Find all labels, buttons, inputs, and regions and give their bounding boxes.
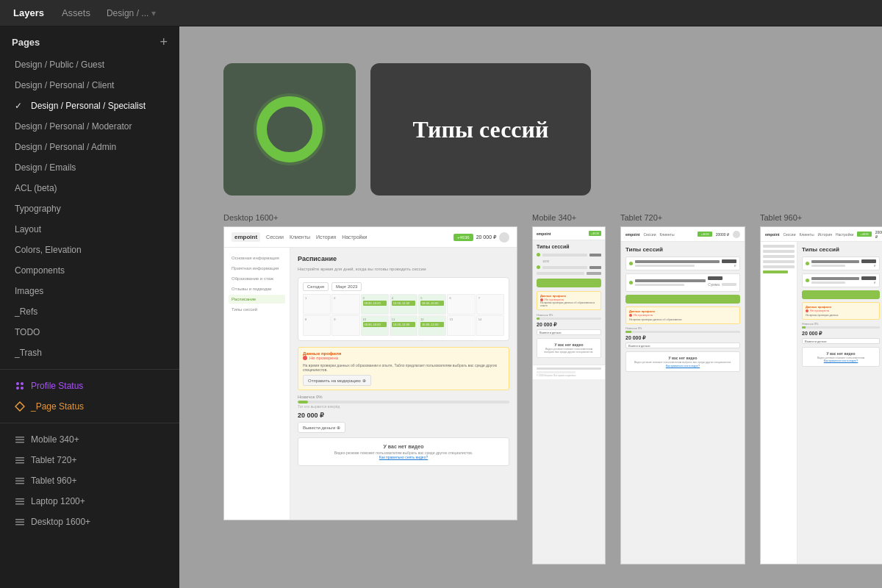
df-withdraw-button[interactable]: Вывести деньги ⊕ <box>298 422 345 433</box>
tf-960-price-num <box>861 259 876 263</box>
df-event-tag: 08:00–10:00 <box>363 322 387 327</box>
add-page-button[interactable]: + <box>159 35 168 49</box>
mf-logo: empoint <box>537 232 551 236</box>
sidebar: Pages + Design / Public / Guest Design /… <box>0 26 179 588</box>
df-link[interactable]: Как правильно снять видео? <box>304 455 503 459</box>
tab-assets[interactable]: Assets <box>57 4 95 21</box>
page-name: TODO <box>15 327 165 337</box>
sidebar-item-page-status[interactable]: _Page Status <box>3 396 176 417</box>
df-cal-day: 13 <box>447 315 475 336</box>
page-item-personal-client[interactable]: Design / Personal / Client <box>3 75 176 96</box>
df-progress-section: Новичок 0% Тот кто вырвется вперёд 20 00… <box>298 395 509 433</box>
lines-icon <box>15 517 25 527</box>
tf-no-video-title: У вас нет видео <box>630 356 736 360</box>
svg-rect-14 <box>15 498 24 500</box>
sidebar-item-tablet-960[interactable]: Tablet 960+ <box>3 470 176 491</box>
tf-sum-row: Сумма <box>708 282 736 287</box>
sidebar-item-mobile-340[interactable]: Mobile 340+ <box>3 429 176 450</box>
laptop-1200-label: Laptop 1200+ <box>31 496 85 506</box>
top-frames: Типы сессий <box>223 63 838 196</box>
df-cal-day-event: 3 08:00–10:00 <box>361 294 389 315</box>
tablet-720-label: Tablet 720+ <box>31 455 76 465</box>
page-item-typography[interactable]: Typography <box>3 198 176 219</box>
mobile-340-label: Mobile 340+ <box>31 434 79 445</box>
svg-rect-13 <box>15 483 24 484</box>
tf-960-withdraw-button[interactable]: Вывести деньги <box>802 338 880 344</box>
tf-nav-sessions: Сессии <box>643 232 656 237</box>
mf-page-title: Типы сессий <box>537 244 601 249</box>
df-cal-day-event: 11 10:00–12:00 <box>390 315 417 336</box>
svg-rect-18 <box>15 522 24 523</box>
page-item-emails[interactable]: Design / Emails <box>3 157 176 178</box>
svg-rect-5 <box>15 437 24 438</box>
tf-960-progress-bar <box>802 326 880 329</box>
page-item-todo[interactable]: TODO <box>3 322 176 343</box>
sidebar-item-profile-status[interactable]: Profile Status <box>3 376 176 396</box>
df-progress-bar <box>298 401 509 404</box>
canvas[interactable]: Типы сессий Desktop 1600+ empoint Сессии… <box>179 26 882 588</box>
svg-point-1 <box>21 382 24 385</box>
mf-footer: © 2023 Empoint. Все права сохранены <box>533 365 605 379</box>
page-item-images[interactable]: Images <box>3 281 176 301</box>
df-cal-day-event: 12 10:00–12:00 <box>418 315 446 336</box>
page-item-public-guest[interactable]: Design / Public / Guest <box>3 54 176 75</box>
page-item-personal-moderator[interactable]: Design / Personal / Moderator <box>3 116 176 137</box>
tf-video-link[interactable]: Как правильно снять видео? <box>630 365 736 368</box>
df-cal-day: 7 <box>476 294 504 315</box>
mf-save-button[interactable] <box>537 279 601 287</box>
tf-no-video: У вас нет видео Видео-резюме поможет пол… <box>625 351 740 372</box>
tf-960-save-button[interactable] <box>802 290 880 299</box>
df-subtitle: Настройте время для дней, когда вы готов… <box>298 267 509 271</box>
sidebar-item-tablet-720[interactable]: Tablet 720+ <box>3 450 176 470</box>
page-name: Layout <box>15 224 165 234</box>
df-cal-day: 8 <box>303 315 331 336</box>
page-item-colors[interactable]: Colors, Elevation <box>3 240 176 260</box>
tf-item-label <box>635 279 706 282</box>
tf-item-sub <box>635 265 695 267</box>
frame-label-tablet960: Tablet 960+ <box>760 213 882 222</box>
df-avatar <box>499 232 509 243</box>
tf-960-amount: 20 000 ₽ <box>802 331 880 337</box>
mf-progress: Новичок 0% <box>537 313 601 320</box>
pages-header: Pages + <box>0 26 179 54</box>
mf-alert-dot <box>540 298 543 301</box>
tf-item-sub <box>635 284 684 286</box>
tf-price-box: ₽ <box>722 259 736 268</box>
tf-progress-fill <box>625 331 631 333</box>
df-actions: +4636 20 000 ₽ <box>453 232 509 243</box>
page-item-acl-beta[interactable]: ACL (beta) <box>3 178 176 198</box>
page-item-personal-specialist[interactable]: ✓ Design / Personal / Specialist <box>3 96 176 116</box>
sidebar-item-laptop-1200[interactable]: Laptop 1200+ <box>3 491 176 512</box>
tf-960-item-individual: ₽ <box>802 257 880 270</box>
page-item-refs[interactable]: _Refs <box>3 301 176 322</box>
tf-alert-text: Не проверена <box>634 313 653 317</box>
tf-960-sidebar <box>761 242 797 564</box>
mf-price-val <box>589 266 601 269</box>
tf-960-video-link[interactable]: Как правильно снять видео? <box>806 359 875 362</box>
mf-bar <box>542 254 587 257</box>
df-send-button[interactable]: Отправить на модерацию ⊕ <box>303 375 371 386</box>
page-item-components[interactable]: Components <box>3 260 176 281</box>
df-event-tag: 08:00–10:00 <box>363 301 387 306</box>
tf-960-progress-label: Новичок 0% <box>802 322 880 326</box>
df-alert-text: Не проверена <box>309 356 338 360</box>
sidebar-item-desktop-1600[interactable]: Desktop 1600+ <box>3 512 176 532</box>
mf-withdraw-button[interactable]: Вывести деньги <box>537 329 601 335</box>
sidebar-divider-2 <box>0 423 179 423</box>
tf-save-button[interactable] <box>625 295 740 304</box>
pages-title: Pages <box>12 37 40 48</box>
df-date-month: Март 2023 <box>331 282 362 291</box>
tf-withdraw-button[interactable]: Вывести деньги <box>625 343 740 348</box>
frame-label-tablet720: Tablet 720+ <box>620 213 745 222</box>
lines-icon <box>15 476 25 486</box>
df-s-promo: Приятная информация <box>229 264 285 273</box>
tf-alert: Не проверена <box>629 313 736 317</box>
tab-layers[interactable]: Layers <box>9 4 49 21</box>
mf-btn-green: +4636 <box>589 231 601 236</box>
tf-960-warning: Данные профиля Не проверена На время про… <box>802 302 880 320</box>
page-item-personal-admin[interactable]: Design / Personal / Admin <box>3 137 176 157</box>
mf-sum-row <box>537 272 601 275</box>
tf-price-box: Сумма <box>708 276 736 289</box>
page-item-trash[interactable]: _Trash <box>3 343 176 363</box>
page-item-layout[interactable]: Layout <box>3 219 176 240</box>
